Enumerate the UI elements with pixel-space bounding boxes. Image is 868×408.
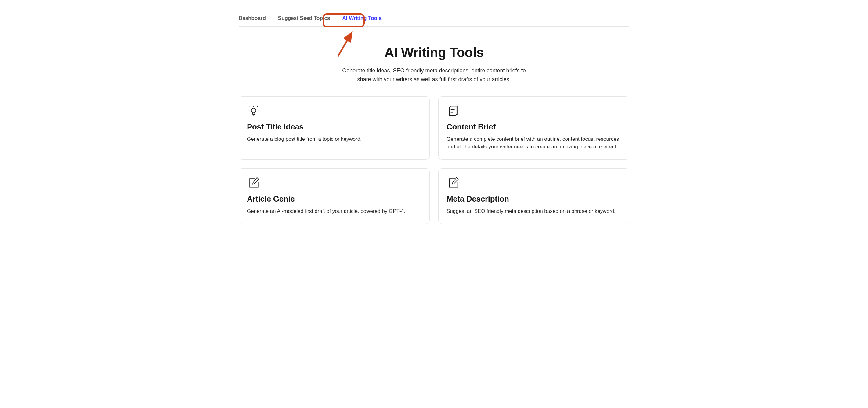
tab-suggest-seed-topics[interactable]: Suggest Seed Topics xyxy=(278,15,330,26)
card-article-genie[interactable]: Article Genie Generate an AI-modeled fir… xyxy=(239,168,430,224)
pencil-square-icon xyxy=(446,176,460,190)
svg-point-2 xyxy=(251,108,256,113)
svg-line-9 xyxy=(257,106,257,107)
card-description: Suggest an SEO friendly meta description… xyxy=(446,207,621,215)
card-meta-description[interactable]: Meta Description Suggest an SEO friendly… xyxy=(438,168,629,224)
tabs-nav: Dashboard Suggest Seed Topics AI Writing… xyxy=(239,0,629,27)
hero-section: AI Writing Tools Generate title ideas, S… xyxy=(239,45,629,84)
page-title: AI Writing Tools xyxy=(239,45,629,60)
tab-ai-writing-tools[interactable]: AI Writing Tools xyxy=(342,15,381,26)
page-subtitle: Generate title ideas, SEO friendly meta … xyxy=(335,66,533,84)
card-title: Post Title Ideas xyxy=(247,122,422,132)
card-title: Article Genie xyxy=(247,194,422,204)
card-description: Generate an AI-modeled first draft of yo… xyxy=(247,207,422,215)
card-content-brief[interactable]: Content Brief Generate a complete conten… xyxy=(438,96,629,160)
document-icon xyxy=(446,104,460,117)
card-title: Meta Description xyxy=(446,194,621,204)
card-description: Generate a blog post title from a topic … xyxy=(247,135,422,143)
lightbulb-icon xyxy=(247,104,260,117)
svg-line-8 xyxy=(250,106,251,107)
cards-grid: Post Title Ideas Generate a blog post ti… xyxy=(239,96,629,224)
tab-dashboard[interactable]: Dashboard xyxy=(239,15,266,26)
pencil-square-icon xyxy=(247,176,260,190)
card-description: Generate a complete content brief with a… xyxy=(446,135,621,151)
card-title: Content Brief xyxy=(446,122,621,132)
card-post-title-ideas[interactable]: Post Title Ideas Generate a blog post ti… xyxy=(239,96,430,160)
